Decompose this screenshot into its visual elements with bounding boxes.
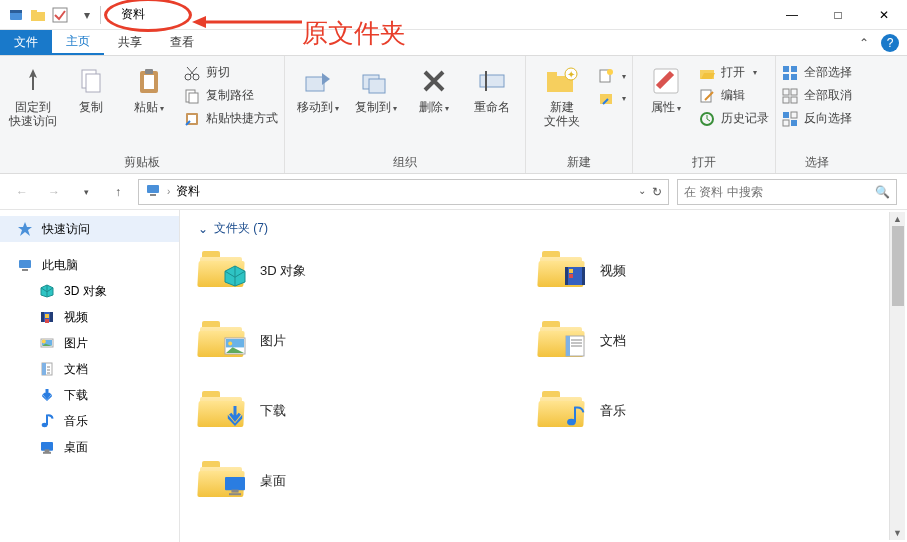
svg-text:✦: ✦ [567,69,575,80]
cut-button[interactable]: 剪切 [184,64,278,81]
folder-name: 文档 [600,332,626,350]
svg-rect-45 [783,112,789,118]
scrollbar[interactable]: ▲ ▼ [889,212,905,540]
sidebar-item-image[interactable]: 图片 [0,330,179,356]
copy-button[interactable]: 复制 [64,60,118,114]
rename-button[interactable]: 重命名 [465,60,519,114]
folder-name: 视频 [600,262,626,280]
folder-item[interactable]: 下载 [198,387,498,435]
group-select-label: 选择 [782,150,852,171]
selectall-button[interactable]: 全部选择 [782,64,852,81]
refresh-icon[interactable]: ↻ [652,185,662,199]
pin-quickaccess-button[interactable]: 固定到 快速访问 [6,60,60,128]
tab-home[interactable]: 主页 [52,30,104,55]
svg-rect-49 [147,185,159,193]
svg-rect-38 [791,66,797,72]
group-organize-label: 组织 [291,150,519,171]
copyto-button[interactable]: 复制到▾ [349,60,403,116]
help-icon[interactable]: ? [881,34,899,52]
folder-item[interactable]: 图片 [198,317,498,365]
scroll-up-icon[interactable]: ▲ [890,212,905,226]
folder-item[interactable]: 3D 对象 [198,247,498,295]
section-header[interactable]: ⌄ 文件夹 (7) [198,220,889,237]
history-button[interactable]: 历史记录 [699,110,769,127]
svg-rect-11 [144,75,154,89]
sidebar-item-video[interactable]: 视频 [0,304,179,330]
download-icon [38,386,56,404]
sidebar-item-doc[interactable]: 文档 [0,356,179,382]
nav-forward-button[interactable]: → [42,180,66,204]
folder-icon [198,317,246,365]
search-box[interactable]: 🔍 [677,179,897,205]
quickaccess-overflow-icon[interactable]: ⠀▾ [74,7,90,23]
sidebar-quickaccess[interactable]: 快速访问 [0,216,179,242]
nav-recent-button[interactable]: ▾ [74,180,98,204]
folder-icon [198,457,246,505]
edit-button[interactable]: 编辑 [699,87,769,104]
tab-view[interactable]: 查看 [156,30,208,55]
newitem-button[interactable]: ▾ [598,68,626,84]
properties-button[interactable]: 属性▾ [639,60,693,116]
sidebar-item-desktop[interactable]: 桌面 [0,434,179,460]
desktop-icon [222,473,248,499]
sidebar-item-cube[interactable]: 3D 对象 [0,278,179,304]
folder-icon [538,317,586,365]
nav-up-button[interactable]: ↑ [106,180,130,204]
svg-rect-41 [783,89,789,95]
quickaccess-check-icon[interactable] [52,7,68,23]
invert-button[interactable]: 反向选择 [782,110,852,127]
quickaccess-folder-icon[interactable] [30,7,46,23]
delete-button[interactable]: 删除▾ [407,60,461,116]
moveto-button[interactable]: 移动到▾ [291,60,345,116]
group-open: 属性▾ 打开▾ 编辑 历史记录 打开 [633,56,776,173]
doc-icon [562,333,588,359]
svg-rect-9 [86,74,100,92]
sidebar-item-label: 音乐 [64,413,88,430]
folder-icon [198,387,246,435]
pc-icon [16,256,34,274]
sidebar: 快速访问 此电脑 3D 对象视频图片文档下载音乐桌面 [0,210,180,542]
scroll-down-icon[interactable]: ▼ [890,526,905,540]
paste-button[interactable]: 粘贴▾ [122,60,176,116]
folder-icon [538,387,586,435]
svg-rect-47 [783,120,789,126]
svg-rect-74 [569,274,573,278]
close-button[interactable]: ✕ [861,0,907,29]
minimize-button[interactable]: — [769,0,815,29]
svg-rect-48 [791,120,797,126]
search-input[interactable] [684,185,875,199]
selectnone-button[interactable]: 全部取消 [782,87,852,104]
newfolder-button[interactable]: ✦ 新建 文件夹 [532,60,592,128]
sidebar-item-label: 下载 [64,387,88,404]
tab-share[interactable]: 共享 [104,30,156,55]
sidebar-item-label: 文档 [64,361,88,378]
sidebar-thispc[interactable]: 此电脑 [0,252,179,278]
search-icon[interactable]: 🔍 [875,185,890,199]
tab-file[interactable]: 文件 [0,30,52,55]
sidebar-item-download[interactable]: 下载 [0,382,179,408]
paste-shortcut-button[interactable]: 粘贴快捷方式 [184,110,278,127]
maximize-button[interactable]: □ [815,0,861,29]
nav-back-button[interactable]: ← [10,180,34,204]
svg-rect-37 [783,66,789,72]
folder-item[interactable]: 文档 [538,317,838,365]
folder-item[interactable]: 视频 [538,247,838,295]
sidebar-item-music[interactable]: 音乐 [0,408,179,434]
folder-item[interactable]: 桌面 [198,457,498,505]
sidebar-item-label: 视频 [64,309,88,326]
easyaccess-button[interactable]: ▾ [598,90,626,106]
address-bar[interactable]: › ⌄ ↻ [138,179,669,205]
ribbon-collapse-icon[interactable]: ⌃ [859,36,869,50]
address-dropdown-icon[interactable]: ⌄ [638,185,646,199]
music-icon [562,403,588,429]
copypath-button[interactable]: 复制路径 [184,87,278,104]
titlebar: ⠀▾ 资料 — □ ✕ [0,0,907,30]
open-button[interactable]: 打开▾ [699,64,769,81]
ribbon-tabs: 文件 主页 共享 查看 ⌃ ? [0,30,907,56]
address-input[interactable] [176,185,632,199]
svg-rect-62 [42,363,46,375]
scroll-thumb[interactable] [892,226,904,306]
svg-rect-85 [231,490,238,493]
folder-item[interactable]: 音乐 [538,387,838,435]
folder-name: 3D 对象 [260,262,306,280]
